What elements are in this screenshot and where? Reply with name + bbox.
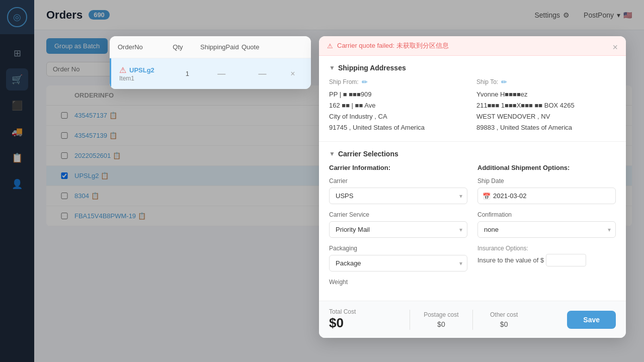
carrier-select-wrapper: USPS: [329, 188, 467, 204]
order-detail-modal-right: ⚠ Carrier quote failed: 未获取到分区信息 × ▼ Shi…: [319, 36, 626, 338]
order-qty: 1: [174, 70, 201, 77]
postage-cost-value: $0: [420, 320, 462, 328]
footer-divider: [410, 310, 410, 330]
insurance-text: Insure to the value of $: [477, 256, 544, 264]
carrier-label: Carrier: [329, 177, 467, 185]
edit-ship-to-icon[interactable]: ✏: [501, 78, 507, 86]
weight-form-group: Weight: [329, 279, 467, 286]
packaging-select[interactable]: Package: [329, 255, 467, 272]
carrier-form-group: Carrier USPS: [329, 177, 467, 204]
ship-to-label: Ship To:: [476, 78, 498, 85]
calendar-icon: 📅: [482, 192, 491, 200]
remove-order-button[interactable]: ×: [283, 69, 303, 78]
confirmation-select[interactable]: none: [477, 221, 616, 238]
shipping-paid-dash: —: [201, 69, 242, 78]
chevron-down-icon: ▼: [329, 64, 335, 71]
ship-date-form-group: Ship Date 📅: [477, 177, 616, 204]
carrier-select[interactable]: USPS: [329, 188, 467, 204]
footer-divider-2: [472, 310, 473, 330]
shipping-addresses-section: ▼ Shipping Addresses Ship From: ✏ PP | ■…: [319, 56, 626, 142]
carrier-info-label: Carrier Information:: [329, 164, 467, 171]
insurance-form-group: Insurance Options: Insure to the value o…: [477, 245, 616, 266]
ship-from-address: PP | ■ ■■■909 162 ■■ | ■■ Ave City of In…: [329, 89, 468, 133]
confirmation-select-wrapper: none: [477, 221, 616, 238]
error-icon: ⚠: [327, 42, 333, 50]
service-select-wrapper: Priority Mail: [329, 221, 467, 238]
ship-date-label: Ship Date: [477, 177, 616, 185]
order-item-label: Item1: [119, 75, 174, 82]
confirmation-label: Confirmation: [477, 211, 616, 218]
shipment-options-column: Additional Shipment Options: Ship Date 📅…: [477, 164, 616, 293]
total-cost-block: Total Cost $0: [329, 308, 399, 331]
addresses-grid: Ship From: ✏ PP | ■ ■■■909 162 ■■ | ■■ A…: [329, 78, 616, 133]
carrier-info-column: Carrier Information: Carrier USPS Carrie…: [329, 164, 467, 293]
carrier-service-form-group: Carrier Service Priority Mail: [329, 211, 467, 238]
packaging-form-group: Packaging Package: [329, 245, 467, 272]
chevron-down-icon: ▼: [329, 150, 335, 157]
error-message: Carrier quote failed: 未获取到分区信息: [337, 41, 449, 50]
confirmation-form-group: Confirmation none: [477, 211, 616, 238]
ship-from-label: Ship From:: [329, 78, 359, 85]
insurance-value-input[interactable]: [546, 254, 586, 266]
col-qty: Qty: [173, 43, 200, 51]
order-detail-modal-left: OrderNo Qty ShippingPaid Quote ⚠ UPSLg2 …: [110, 36, 311, 89]
col-orderno: OrderNo: [118, 43, 173, 51]
other-cost-item: Other cost $0: [483, 311, 525, 328]
carrier-service-select[interactable]: Priority Mail: [329, 221, 467, 238]
service-label: Carrier Service: [329, 211, 467, 218]
ship-to-address: Yvonne H■■■■ez 211■■■ 1■■■X■■■ ■■ BOX 42…: [476, 89, 616, 133]
ship-to-block: Ship To: ✏ Yvonne H■■■■ez 211■■■ 1■■■X■■…: [476, 78, 616, 133]
other-cost-label: Other cost: [483, 311, 525, 318]
carrier-grid: Carrier Information: Carrier USPS Carrie…: [329, 164, 616, 293]
insurance-options-label: Insurance Options:: [477, 245, 616, 252]
other-cost-value: $0: [483, 320, 525, 328]
edit-ship-from-icon[interactable]: ✏: [362, 78, 368, 86]
col-shippingpaid: ShippingPaid: [200, 43, 242, 51]
ship-date-wrapper: 📅: [477, 188, 616, 204]
postage-cost-item: Postage cost $0: [420, 311, 462, 328]
col-quote: Quote: [242, 43, 283, 51]
close-icon[interactable]: ×: [612, 42, 618, 53]
carrier-selections-section: ▼ Carrier Selections Carrier Information…: [319, 142, 626, 301]
modal-order-row: ⚠ UPSLg2 Item1 1 — — ×: [110, 58, 311, 89]
ship-from-block: Ship From: ✏ PP | ■ ■■■909 162 ■■ | ■■ A…: [329, 78, 468, 133]
carrier-selections-title: Carrier Selections: [338, 150, 398, 158]
order-id-label: UPSLg2: [129, 66, 154, 74]
packaging-select-wrapper: Package: [329, 255, 467, 272]
shipment-options-label: Additional Shipment Options:: [477, 164, 616, 171]
quote-dash: —: [242, 69, 283, 78]
error-banner: ⚠ Carrier quote failed: 未获取到分区信息: [319, 36, 626, 56]
warning-icon: ⚠: [119, 65, 126, 75]
packaging-label: Packaging: [329, 245, 467, 252]
ship-date-input[interactable]: [477, 188, 616, 204]
modal-footer: Total Cost $0 Postage cost $0 Other cost…: [319, 301, 626, 338]
weight-label: Weight: [329, 279, 467, 286]
postage-cost-label: Postage cost: [420, 311, 462, 318]
save-button[interactable]: Save: [567, 311, 616, 329]
shipping-addresses-title: Shipping Addresses: [338, 64, 406, 72]
total-cost-value: $0: [329, 315, 399, 331]
modal-left-header: OrderNo Qty ShippingPaid Quote: [110, 36, 311, 58]
total-cost-label: Total Cost: [329, 308, 399, 315]
